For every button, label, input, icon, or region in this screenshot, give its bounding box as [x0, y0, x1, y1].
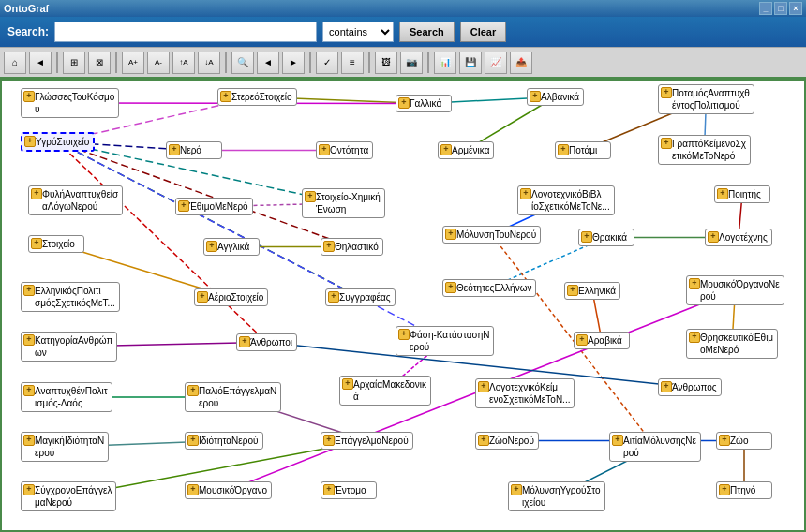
node-expand-icon[interactable]: +: [689, 332, 700, 343]
node-expand-icon[interactable]: +: [478, 381, 489, 392]
node-n20[interactable]: +ΜόλυνσηΤουΝερού: [442, 226, 541, 244]
node-expand-icon[interactable]: +: [440, 144, 452, 155]
close-button[interactable]: ×: [789, 2, 802, 15]
node-expand-icon[interactable]: +: [220, 91, 231, 102]
next-button[interactable]: ►: [282, 52, 305, 74]
node-n42[interactable]: +ΖώοΝερού: [475, 432, 539, 450]
graph-button[interactable]: 📈: [485, 52, 507, 74]
node-n39[interactable]: +ΜαγικήΙδιότηταΝ ερού: [21, 432, 109, 462]
filter-select[interactable]: contains starts with ends with equals: [322, 22, 394, 42]
node-expand-icon[interactable]: +: [187, 435, 199, 446]
node-expand-icon[interactable]: +: [187, 385, 199, 396]
node-n38[interactable]: +Άνθρωπος: [658, 378, 722, 396]
node-n47[interactable]: +Έντομο: [321, 481, 377, 499]
node-expand-icon[interactable]: +: [239, 336, 250, 347]
clear-button[interactable]: Clear: [460, 22, 507, 42]
node-expand-icon[interactable]: +: [576, 334, 588, 346]
search-input[interactable]: [54, 22, 317, 42]
node-expand-icon[interactable]: +: [206, 241, 217, 252]
node-expand-icon[interactable]: +: [31, 238, 42, 249]
node-expand-icon[interactable]: +: [661, 138, 672, 149]
node-n40[interactable]: +ΙδιότηταΝερού: [185, 432, 263, 450]
image-button[interactable]: 🖼: [375, 52, 397, 74]
node-expand-icon[interactable]: +: [178, 200, 189, 212]
node-n25[interactable]: +Συγγραφέας: [325, 288, 396, 306]
node-n17[interactable]: +Στοιχείο: [28, 235, 84, 253]
node-expand-icon[interactable]: +: [511, 484, 522, 495]
node-expand-icon[interactable]: +: [689, 278, 700, 289]
node-n30[interactable]: +Άνθρωποι: [236, 333, 297, 351]
node-n44[interactable]: +Ζώο: [716, 432, 772, 450]
node-expand-icon[interactable]: +: [23, 334, 35, 346]
node-n46[interactable]: +ΜουσικόΌργανο: [185, 481, 272, 499]
node-n48[interactable]: +ΜόλυνσηΥγρούΣτο ιχείου: [508, 481, 605, 511]
node-n36[interactable]: +ΑρχαίαΜακεδονικ ά: [339, 376, 431, 406]
node-n15[interactable]: +ΛογοτεχνικόΒιΒλ ίοΣχετικόΜεΤοΝε...: [517, 185, 615, 215]
node-n22[interactable]: +Λογοτέχνης: [705, 229, 772, 246]
prev-button[interactable]: ◄: [257, 52, 279, 74]
node-n18[interactable]: +Αγγλικά: [203, 238, 260, 256]
node-expand-icon[interactable]: +: [445, 282, 456, 293]
node-n11[interactable]: +ΓραπτόΚείμενοΣχ ετικόΜεΤοΝερό: [658, 135, 751, 165]
node-n2[interactable]: +ΣτερεόΣτοιχείο: [217, 88, 297, 106]
node-n5[interactable]: +ΠοταμόςΑναπτυχθ έντοςΠολιτισμού: [658, 84, 754, 114]
search-button[interactable]: Search: [399, 22, 455, 42]
node-n27[interactable]: +Ελληνικά: [564, 282, 620, 300]
node-n14[interactable]: +Στοιχείο-Χημική Ένωση: [302, 188, 385, 218]
node-expand-icon[interactable]: +: [717, 188, 728, 200]
export-button[interactable]: 📤: [510, 52, 532, 74]
node-expand-icon[interactable]: +: [661, 381, 672, 392]
node-n28[interactable]: +ΜουσικόΌργανοΝε ρού: [686, 275, 784, 305]
node-n21[interactable]: +Θρακικά: [578, 229, 634, 246]
node-n35[interactable]: +ΠαλιόΕπάγγελμαΝ ερού: [185, 382, 281, 412]
node-n8[interactable]: +Οντότητα: [316, 141, 373, 159]
node-n1[interactable]: +ΓλώσσεςΤουΚόσμο υ: [21, 88, 119, 118]
search2-button[interactable]: 🔍: [231, 52, 254, 74]
node-expand-icon[interactable]: +: [323, 484, 335, 495]
grid-button[interactable]: ⊞: [63, 52, 85, 74]
node-n10[interactable]: +Ποτάμι: [555, 141, 611, 159]
node-n6[interactable]: +ΥγρόΣτοιχείο: [21, 132, 95, 152]
node-expand-icon[interactable]: +: [23, 484, 35, 495]
node-n26[interactable]: +ΘεότητεςΕλλήνων: [442, 279, 536, 297]
node-expand-icon[interactable]: +: [445, 229, 456, 240]
graph-canvas[interactable]: +ΓλώσσεςΤουΚόσμο υ+ΣτερεόΣτοιχείο+Γαλλικ…: [0, 79, 806, 532]
node-n32[interactable]: +Αραβικά: [574, 332, 630, 349]
node-n37[interactable]: +ΛογοτεχνικόΚείμ ενοΣχετικόΜεΤοΝ...: [475, 378, 575, 408]
node-expand-icon[interactable]: +: [530, 91, 541, 102]
chart-button[interactable]: 📊: [434, 52, 456, 74]
node-expand-icon[interactable]: +: [23, 435, 35, 446]
node-n3[interactable]: +Γαλλικά: [396, 95, 452, 112]
node-expand-icon[interactable]: +: [708, 231, 719, 243]
check-button[interactable]: ✓: [316, 52, 338, 74]
node-n13[interactable]: +ΈθιμοΜεΝερό: [175, 198, 253, 215]
back-button[interactable]: ◄: [29, 52, 52, 74]
node-n33[interactable]: +ΘρησκευτικόΈθιμ oΜεΝερό: [686, 329, 778, 359]
node-n24[interactable]: +ΑέριοΣτοιχείο: [194, 288, 268, 306]
node-expand-icon[interactable]: +: [719, 435, 730, 446]
node-expand-icon[interactable]: +: [24, 136, 36, 147]
zoom-in-button[interactable]: A+: [122, 52, 144, 74]
node-expand-icon[interactable]: +: [398, 329, 410, 340]
node-expand-icon[interactable]: +: [398, 97, 410, 109]
node-expand-icon[interactable]: +: [31, 188, 42, 200]
node-expand-icon[interactable]: +: [567, 285, 578, 296]
node-n49[interactable]: +Πτηνό: [716, 481, 772, 499]
font-down-button[interactable]: ↓A: [198, 52, 220, 74]
node-n45[interactable]: +ΣύγχρονοΕπάγγελ μαΝερού: [21, 481, 116, 511]
node-n7[interactable]: +Νερό: [166, 141, 222, 159]
node-expand-icon[interactable]: +: [23, 385, 35, 396]
node-expand-icon[interactable]: +: [319, 144, 330, 155]
node-n43[interactable]: +ΑιτίαΜόλυνσηςΝε ρού: [609, 432, 701, 462]
node-expand-icon[interactable]: +: [197, 291, 208, 303]
nodes-button[interactable]: ⊠: [88, 52, 111, 74]
minimize-button[interactable]: _: [759, 2, 772, 15]
node-n41[interactable]: +ΕπάγγελμαΝερού: [321, 432, 413, 450]
node-expand-icon[interactable]: +: [323, 241, 335, 252]
node-n4[interactable]: +Αλβανικά: [527, 88, 584, 106]
node-expand-icon[interactable]: +: [612, 435, 623, 446]
node-n16[interactable]: +Ποιητής: [714, 185, 770, 203]
node-expand-icon[interactable]: +: [661, 87, 672, 98]
node-n19[interactable]: +Θηλαστικό: [321, 238, 383, 256]
node-n23[interactable]: +ΕλληνικόςΠολιτι σμόςΣχετικόςΜεΤ...: [21, 282, 120, 312]
